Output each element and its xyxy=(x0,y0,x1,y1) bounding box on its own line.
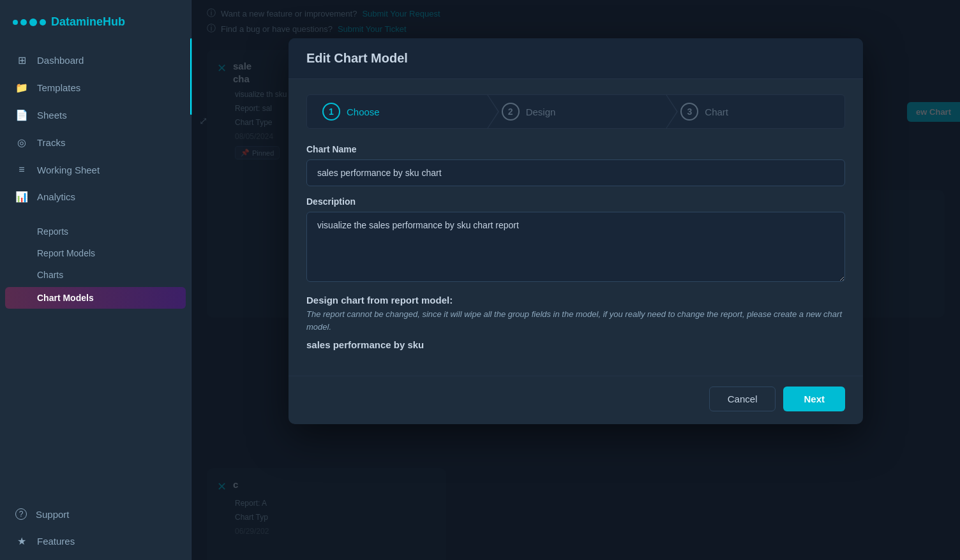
sidebar-logo: DatamineHub xyxy=(0,0,191,41)
step-1-number: 1 xyxy=(322,103,340,121)
design-notice: The report cannot be changed, since it w… xyxy=(306,308,845,333)
modal-title: Edit Chart Model xyxy=(289,38,863,79)
sidebar-item-sheets-label: Sheets xyxy=(37,110,67,121)
analytics-icon: 📊 xyxy=(15,191,28,203)
logo-dot-3 xyxy=(29,18,37,26)
logo-dot-1 xyxy=(13,20,18,25)
sidebar-item-analytics-label: Analytics xyxy=(37,191,75,202)
edit-chart-model-modal: Edit Chart Model 1 Choose 2 Design xyxy=(289,38,863,424)
sidebar-item-tracks[interactable]: ◎ Tracks xyxy=(0,129,191,156)
sidebar-item-dashboard-label: Dashboard xyxy=(37,55,84,66)
step-3-label: Chart xyxy=(705,107,728,117)
sidebar-item-support-label: Support xyxy=(36,509,70,520)
features-icon: ★ xyxy=(15,535,28,547)
working-sheet-icon: ≡ xyxy=(15,164,28,175)
sidebar-item-dashboard[interactable]: ⊞ Dashboard xyxy=(0,47,191,74)
design-section-label: Design chart from report model: xyxy=(306,295,845,306)
next-button[interactable]: Next xyxy=(783,387,845,411)
modal-body: 1 Choose 2 Design 3 Chart xyxy=(289,79,863,376)
analytics-sub-nav: Reports Report Models Charts Chart Model… xyxy=(0,216,191,315)
bottom-nav: ? Support ★ Features xyxy=(0,496,191,560)
step-2-label: Design xyxy=(526,107,556,117)
step-1-choose[interactable]: 1 Choose xyxy=(307,95,486,128)
sidebar-item-templates[interactable]: 📁 Templates xyxy=(0,74,191,101)
step-2-arrow xyxy=(665,94,677,129)
sidebar-item-analytics[interactable]: 📊 Analytics xyxy=(0,183,191,210)
sidebar-item-sheets[interactable]: 📄 Sheets xyxy=(0,101,191,129)
chart-name-input[interactable] xyxy=(306,159,845,186)
cancel-button[interactable]: Cancel xyxy=(709,387,776,411)
logo-dot-4 xyxy=(40,19,46,26)
wizard-stepper: 1 Choose 2 Design 3 Chart xyxy=(306,94,845,129)
main-content: ⓘ Want a new feature or improvement? Sub… xyxy=(191,0,960,560)
main-nav: ⊞ Dashboard 📁 Templates 📄 Sheets ◎ Track… xyxy=(0,41,191,216)
step-1-label: Choose xyxy=(347,107,380,117)
sidebar-item-tracks-label: Tracks xyxy=(37,137,65,148)
support-icon: ? xyxy=(15,508,27,520)
logo-dot-2 xyxy=(20,19,27,26)
step-2-number: 2 xyxy=(502,103,520,121)
sidebar: DatamineHub ⊞ Dashboard 📁 Templates 📄 Sh… xyxy=(0,0,191,560)
sidebar-item-charts[interactable]: Charts xyxy=(0,264,191,286)
step-1-arrow xyxy=(486,94,498,129)
step-2-design[interactable]: 2 Design xyxy=(486,95,666,128)
logo-dots xyxy=(13,18,46,26)
step-3-chart[interactable]: 3 Chart xyxy=(665,95,844,128)
sidebar-item-features-label: Features xyxy=(37,536,75,547)
sidebar-item-support[interactable]: ? Support xyxy=(0,501,191,527)
modal-footer: Cancel Next xyxy=(289,376,863,424)
sidebar-item-working-sheet-label: Working Sheet xyxy=(37,165,100,175)
sidebar-item-chart-models[interactable]: Chart Models xyxy=(5,287,186,309)
modal-overlay: Edit Chart Model 1 Choose 2 Design xyxy=(191,0,960,560)
chart-name-label: Chart Name xyxy=(306,144,845,154)
sidebar-item-report-models[interactable]: Report Models xyxy=(0,242,191,264)
dashboard-icon: ⊞ xyxy=(15,54,28,66)
tracks-icon: ◎ xyxy=(15,136,28,149)
app-name: DatamineHub xyxy=(51,15,125,29)
description-label: Description xyxy=(306,196,845,207)
templates-icon: 📁 xyxy=(15,82,28,94)
sidebar-item-features[interactable]: ★ Features xyxy=(0,527,191,555)
step-3-number: 3 xyxy=(680,103,698,121)
sidebar-item-templates-label: Templates xyxy=(37,82,80,93)
design-report-value: sales performance by sku xyxy=(306,339,845,350)
sheets-icon: 📄 xyxy=(15,109,28,121)
description-textarea[interactable]: visualize the sales performance by sku c… xyxy=(306,212,845,282)
sidebar-item-working-sheet[interactable]: ≡ Working Sheet xyxy=(0,156,191,183)
sidebar-item-reports[interactable]: Reports xyxy=(0,221,191,242)
